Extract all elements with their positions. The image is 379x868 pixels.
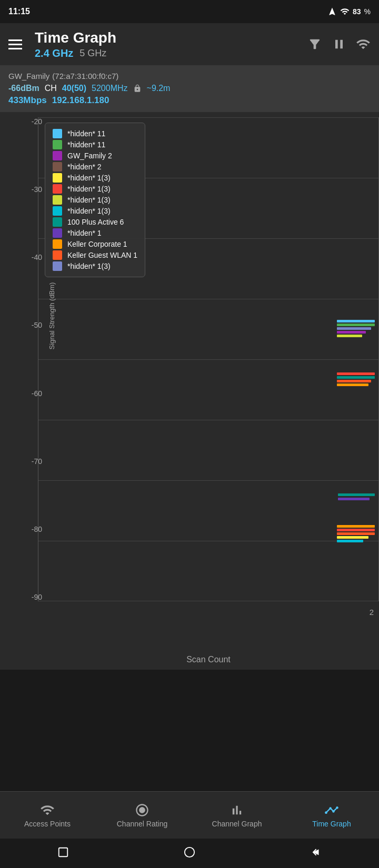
signal-bar-teal [337, 376, 375, 379]
signal-bar-lime [337, 335, 362, 337]
legend-color-10 [53, 239, 62, 249]
legend-item-1: *hidden* 11 [53, 140, 137, 149]
channel-value: 40(50) [62, 84, 86, 93]
signal-bar-yellow2 [337, 536, 368, 539]
freq-5ghz[interactable]: 5 GHz [79, 48, 106, 59]
legend-item-7: *hidden* 1(3) [53, 206, 137, 216]
battery-pct: 83 [353, 7, 361, 16]
nav-access-points[interactable]: Access Points [13, 803, 82, 828]
legend-color-11 [53, 250, 62, 260]
network-info-bar: GW_Family (72:a7:31:00:f0:c7) -66dBm CH … [0, 65, 379, 112]
chart-container: Signal Strength (dBm) -20 -30 -40 -50 -6… [0, 112, 379, 670]
scan-count-number: 2 [370, 608, 374, 617]
network-mac: (72:a7:31:00:f0:c7) [52, 72, 118, 80]
y-label-30: -30 [11, 185, 42, 194]
legend-item-3: *hidden* 2 [53, 162, 137, 171]
distance: ~9.2m [147, 84, 171, 93]
legend-label-2: GW_Family 2 [67, 152, 112, 160]
title-group: Time Graph 2.4 GHz 5 GHz [31, 29, 299, 59]
lock-icon [133, 84, 142, 93]
battery-icon: % [364, 7, 371, 16]
radio-nav-icon [135, 803, 149, 817]
channel-label: CH [45, 84, 57, 93]
network-name-row: GW_Family (72:a7:31:00:f0:c7) [8, 70, 371, 82]
signal-strength: -66dBm [8, 84, 39, 93]
y-label-80: -80 [11, 525, 42, 533]
circle-icon [184, 846, 195, 858]
legend-color-3 [53, 162, 62, 171]
legend-item-11: Keller Guest WLAN 1 [53, 250, 137, 260]
wifi-signal-icon[interactable] [356, 37, 371, 52]
legend-color-5 [53, 184, 62, 194]
y-label-70: -70 [11, 457, 42, 466]
network-details-row: -66dBm CH 40(50) 5200MHz ~9.2m [8, 84, 371, 93]
toolbar-icons [307, 37, 371, 52]
signal-group-top [337, 320, 375, 337]
network-name: GW_Family (72:a7:31:00:f0:c7) [8, 70, 118, 81]
nav-time-graph[interactable]: Time Graph [297, 803, 366, 828]
y-label-60: -60 [11, 389, 42, 398]
legend-color-1 [53, 140, 62, 149]
legend-label-7: *hidden* 1(3) [67, 207, 111, 215]
legend-label-3: *hidden* 2 [67, 163, 102, 171]
y-label-50: -50 [11, 321, 42, 329]
link-speed: 433Mbps [8, 95, 47, 106]
nav-access-points-label: Access Points [24, 820, 71, 828]
legend-item-6: *hidden* 1(3) [53, 195, 137, 205]
svg-point-1 [185, 847, 194, 857]
ip-address: 192.168.1.180 [52, 95, 109, 106]
signal-bar-orange [337, 383, 368, 386]
legend-label-12: *hidden* 1(3) [67, 262, 111, 270]
android-home-btn[interactable] [184, 846, 195, 860]
legend-item-4: *hidden* 1(3) [53, 173, 137, 183]
signal-group-mid [337, 372, 375, 386]
legend-color-9 [53, 228, 62, 238]
nav-channel-rating-label: Channel Rating [117, 820, 168, 828]
signal-group-low2 [337, 525, 375, 542]
status-icons: 83 % [327, 7, 371, 16]
pause-icon[interactable] [332, 37, 346, 52]
y-label-40: -40 [11, 253, 42, 261]
signal-bar-deep-purple [338, 498, 370, 500]
legend-item-5: *hidden* 1(3) [53, 184, 137, 194]
page-title: Time Graph [35, 29, 116, 46]
android-back-btn[interactable] [310, 846, 322, 860]
navigation-icon [327, 7, 337, 16]
nav-channel-graph[interactable]: Channel Graph [203, 803, 271, 828]
y-axis: -20 -30 -40 -50 -60 -70 -80 -90 [11, 117, 42, 601]
back-triangle-icon [310, 846, 322, 858]
y-label-20: -20 [11, 117, 42, 126]
signal-bar-cyan [337, 320, 375, 322]
network-speed-row: 433Mbps 192.168.1.180 [8, 95, 371, 106]
y-axis-label: Signal Strength (dBm) [48, 264, 56, 369]
signal-bar-red2 [337, 529, 375, 531]
signal-bar-teal2 [338, 493, 375, 496]
barchart-nav-icon [230, 803, 244, 817]
legend-item-0: *hidden* 11 [53, 129, 137, 138]
bottom-navigation: Access Points Channel Rating Channel Gra… [0, 791, 379, 839]
legend-label-0: *hidden* 11 [67, 129, 105, 138]
nav-time-graph-label: Time Graph [312, 820, 351, 828]
signal-bar-purple [337, 331, 366, 334]
timeline-nav-icon [324, 803, 339, 817]
legend-item-10: Keller Corporate 1 [53, 239, 137, 249]
top-bar: Time Graph 2.4 GHz 5 GHz [0, 23, 379, 65]
wifi-nav-icon [40, 803, 55, 817]
nav-channel-rating[interactable]: Channel Rating [108, 803, 176, 828]
freq-24ghz[interactable]: 2.4 GHz [35, 47, 73, 59]
legend-color-7 [53, 206, 62, 216]
signal-bar-green [337, 324, 375, 326]
filter-icon[interactable] [307, 37, 322, 52]
legend-label-5: *hidden* 1(3) [67, 185, 111, 193]
legend-color-6 [53, 195, 62, 205]
legend-label-11: Keller Guest WLAN 1 [67, 251, 137, 259]
legend-item-12: *hidden* 1(3) [53, 261, 137, 271]
legend-item-9: *hidden* 1 [53, 228, 137, 238]
android-square-btn[interactable] [57, 846, 69, 861]
legend-label-4: *hidden* 1(3) [67, 174, 111, 182]
menu-button[interactable] [8, 39, 22, 49]
square-icon [57, 846, 69, 858]
scan-count-label: Scan Count [38, 655, 379, 664]
legend-label-9: *hidden* 1 [67, 229, 102, 237]
legend-box: *hidden* 11 *hidden* 11 GW_Family 2 *hid… [45, 123, 145, 277]
